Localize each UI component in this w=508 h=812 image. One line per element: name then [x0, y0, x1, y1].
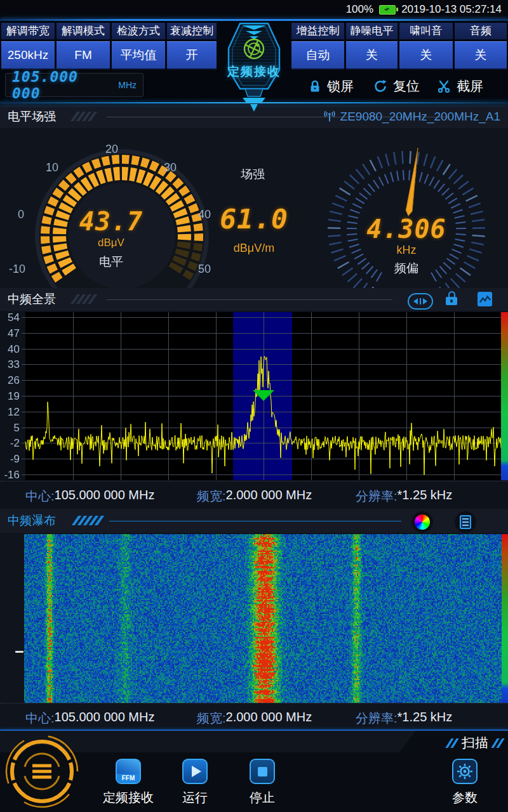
main-menu-knob[interactable] [3, 732, 81, 811]
menu-label: 啸叫音 [399, 23, 453, 39]
detector-mode-button[interactable]: 平均值 [112, 41, 165, 70]
stop-icon [250, 759, 275, 784]
center-label: 中心: [25, 710, 55, 727]
status-bar: 100% 2019-10-13 05:27:14 [0, 0, 508, 19]
params-button-label: 参数 [438, 789, 491, 806]
battery-percent: 100% [346, 3, 373, 16]
gauge-tick-label: 10 [46, 161, 58, 174]
header-slashes-decoration [75, 516, 101, 525]
reset-label: 复位 [393, 77, 420, 95]
menu-gain-control: 增益控制 自动 [291, 23, 344, 70]
screenshot-button[interactable]: 截屏 [437, 74, 483, 98]
slash-decoration [448, 738, 456, 748]
mode-emblem-label: 定频接收 [212, 63, 296, 80]
menu-label: 解调模式 [57, 23, 110, 39]
screenshot-label: 截屏 [457, 77, 483, 95]
params-button[interactable]: 参数 [438, 759, 491, 806]
center-value: 105.000 000 MHz [55, 488, 155, 505]
antenna-icon [323, 110, 336, 123]
gauge-tick-label: 50 [198, 263, 211, 276]
gear-icon [452, 759, 478, 784]
rbw-value: *1.25 kHz [398, 710, 453, 727]
header-slashes-decoration [74, 294, 94, 304]
menu-label: 衰减控制 [167, 23, 217, 39]
deviation-label: 频偏 [352, 260, 460, 277]
gauge-tick-label: 20 [105, 143, 118, 156]
lock-screen-button[interactable]: 锁屏 [309, 74, 354, 98]
reset-button[interactable]: 复位 [373, 74, 420, 98]
waterfall-plot[interactable] [24, 534, 508, 703]
audio-button[interactable]: 关 [455, 41, 507, 70]
play-icon [182, 759, 208, 784]
center-label: 中心: [25, 488, 55, 505]
gauge-tick-label: 30 [164, 161, 177, 174]
run-button-label: 运行 [168, 789, 222, 806]
menu-demod-bandwidth: 解调带宽 250kHz [1, 23, 55, 70]
gauge-tick-label: 0 [18, 208, 24, 221]
demod-mode-button[interactable]: FM [57, 41, 110, 70]
howl-tone-button[interactable]: 关 [399, 41, 453, 70]
menu-detector-mode: 检波方式 平均值 [112, 23, 165, 70]
waterfall-time-tick [15, 651, 23, 653]
mode-emblem[interactable]: 定频接收 [212, 19, 296, 115]
rbw-readout: 分辨率: *1.25 kHz [356, 710, 452, 727]
gauge-tick-label: 40 [198, 208, 211, 221]
attenuation-button[interactable]: 开 [167, 41, 217, 70]
gain-control-button[interactable]: 自动 [291, 41, 344, 70]
list-icon[interactable] [455, 511, 476, 533]
header-line-decoration [109, 521, 401, 521]
menu-squelch-level: 静噪电平 关 [346, 23, 398, 70]
span-value: 2.000 000 MHz [226, 488, 312, 505]
spectrum-info-strip: 中心: 105.000 000 MHz 频宽: 2.000 000 MHz 分辨… [0, 481, 508, 509]
span-label: 频宽: [197, 710, 226, 727]
spectrum-mode-icon[interactable] [478, 292, 492, 306]
field-strength-unit: dBμV/m [210, 242, 298, 255]
span-value: 2.000 000 MHz [226, 710, 312, 727]
spectrum-lock-icon[interactable] [445, 291, 458, 308]
frequency-value: 105.000 000 [12, 69, 113, 102]
demod-bandwidth-button[interactable]: 250kHz [1, 41, 55, 70]
level-label: 电平 [67, 254, 156, 270]
span-readout: 频宽: 2.000 000 MHz [197, 488, 312, 505]
ffm-badge: FFM [117, 774, 140, 783]
menu-howl-tone: 啸叫音 关 [399, 23, 453, 70]
frequency-display[interactable]: 105.000 000 MHz [5, 73, 144, 97]
ffm-icon: FFM [116, 759, 141, 784]
ffm-mode-button[interactable]: FFM 定频接收 [102, 759, 155, 806]
frequency-unit: MHz [118, 80, 137, 90]
rbw-readout: 分辨率: *1.25 kHz [356, 488, 452, 505]
spectrum-panel-title: 中频全景 [8, 288, 56, 311]
field-strength-label: 场强 [218, 166, 288, 183]
menu-label: 解调带宽 [1, 23, 55, 39]
scissors-icon [437, 79, 451, 93]
span-readout: 频宽: 2.000 000 MHz [197, 710, 312, 727]
antenna-label: ZE9080_20MHz_200MHz_A1 [340, 110, 500, 124]
rbw-label: 分辨率: [356, 488, 398, 505]
deviation-value: 4.306 [352, 214, 460, 244]
gauge-tick-label: -10 [9, 263, 25, 276]
palette-icon[interactable] [411, 511, 433, 533]
spectrum-plot[interactable] [0, 311, 508, 481]
scan-tab[interactable]: 扫描 [448, 733, 502, 752]
center-value: 105.000 000 MHz [55, 710, 155, 727]
run-button[interactable]: 运行 [168, 759, 222, 806]
header-slashes-decoration [74, 112, 94, 121]
menu-label: 音频 [455, 23, 507, 39]
menu-label: 检波方式 [112, 23, 165, 39]
pan-horizontal-icon[interactable] [408, 293, 433, 310]
span-label: 频宽: [197, 488, 226, 505]
menu-label: 增益控制 [291, 23, 344, 39]
ffm-button-label: 定频接收 [102, 789, 155, 806]
stop-button-label: 停止 [236, 789, 289, 806]
level-panel-title: 电平场强 [8, 105, 56, 128]
antenna-selector[interactable]: ZE9080_20MHz_200MHz_A1 [323, 105, 500, 128]
menu-attenuation: 衰减控制 开 [167, 23, 217, 70]
menu-label: 静噪电平 [346, 23, 398, 39]
squelch-level-button[interactable]: 关 [346, 41, 398, 70]
reset-icon [373, 79, 387, 93]
battery-icon [379, 5, 396, 15]
level-unit: dBμV [67, 237, 156, 249]
stop-button[interactable]: 停止 [236, 759, 289, 806]
center-frequency-readout: 中心: 105.000 000 MHz [25, 710, 154, 727]
center-frequency-readout: 中心: 105.000 000 MHz [25, 488, 154, 505]
